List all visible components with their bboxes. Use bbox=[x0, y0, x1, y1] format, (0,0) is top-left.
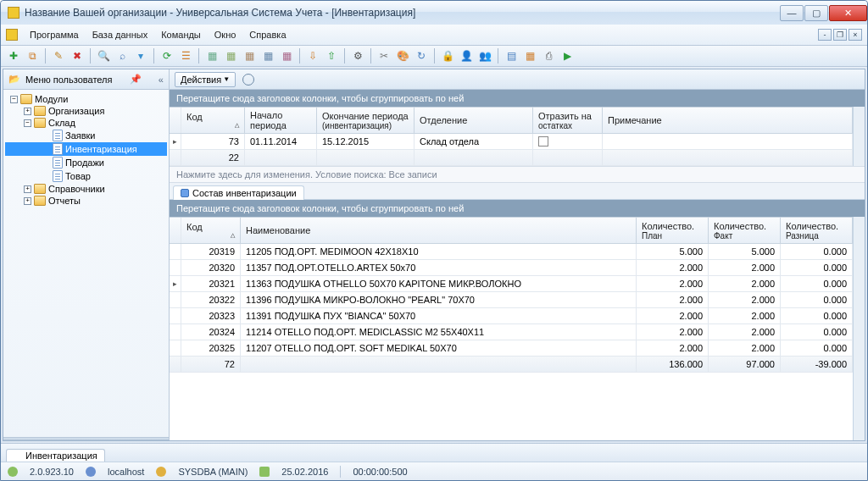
minimize-button[interactable]: — bbox=[780, 5, 804, 21]
status-host: localhost bbox=[108, 467, 144, 477]
col-note[interactable]: Примечание bbox=[603, 108, 853, 133]
app-icon bbox=[8, 7, 19, 19]
tb2-icon[interactable]: ▦ bbox=[223, 48, 238, 64]
status-user: SYSDBA (MAIN) bbox=[178, 467, 248, 477]
main-toolbar: ✚ ⧉ ✎ ✖ 🔍 ⌕ ▾ ⟳ ☰ ▦ ▦ ▦ ▦ ▦ ⇩ ⇧ ⚙ ✂ 🎨 ↻ … bbox=[1, 46, 867, 67]
funnel-icon[interactable]: ▾ bbox=[133, 48, 148, 64]
search-icon[interactable]: 🔍 bbox=[96, 48, 111, 64]
col-b-name[interactable]: Наименование bbox=[241, 218, 637, 243]
table-row[interactable]: 2031911205 ПОД.ОРТ. MEDIMOON 42X18X105.0… bbox=[170, 244, 853, 260]
group-by-hint-top[interactable]: Перетащите сюда заголовок колонки, чтобы… bbox=[170, 90, 865, 107]
action-bar: Действия▼ bbox=[170, 69, 865, 90]
top-grid-row[interactable]: ▸ 73 01.11.2014 15.12.2015 Склад отдела bbox=[170, 134, 853, 150]
user-icon[interactable]: 👤 bbox=[459, 48, 474, 64]
col-dept[interactable]: Отделение bbox=[415, 108, 533, 133]
tool1-icon[interactable]: ✂ bbox=[376, 48, 392, 64]
status-version: 2.0.923.10 bbox=[30, 467, 74, 477]
tb4-icon[interactable]: ▦ bbox=[260, 48, 275, 64]
table-row[interactable]: 2032211396 ПОДУШКА МИКРО-ВОЛОКНО "PEARL"… bbox=[170, 292, 853, 308]
col-fact[interactable]: Количество.Факт bbox=[709, 218, 781, 243]
maximize-button[interactable]: ▢ bbox=[804, 5, 828, 21]
titlebar[interactable]: Название Вашей организации - Универсальн… bbox=[1, 1, 867, 25]
table-row[interactable]: 2032411214 OTELLO ПОД.ОРТ. MEDICLASSIC M… bbox=[170, 324, 853, 340]
menubar: Программа База данных Команды Окно Справ… bbox=[1, 25, 867, 46]
tb5-icon[interactable]: ▦ bbox=[279, 48, 294, 64]
table-row[interactable]: 2032511207 OTELLO ПОД.ОРТ. SOFT MEDIKAL … bbox=[170, 340, 853, 357]
copy-icon[interactable]: ⧉ bbox=[25, 48, 40, 64]
actions-dropdown[interactable]: Действия▼ bbox=[175, 72, 236, 87]
tb1-icon[interactable]: ▦ bbox=[204, 48, 220, 64]
mdi-minimize-button[interactable]: - bbox=[818, 29, 832, 41]
add-icon[interactable]: ✚ bbox=[6, 48, 21, 64]
users-icon[interactable]: 👥 bbox=[477, 48, 492, 64]
tree-requests[interactable]: Заявки bbox=[5, 129, 167, 142]
mdi-close-button[interactable]: × bbox=[849, 29, 862, 41]
print-icon[interactable]: ⎙ bbox=[541, 48, 556, 64]
navigation-tree: −Модули +Организация −Склад Заявки Инвен… bbox=[3, 90, 169, 437]
sidebar: 📂 Меню пользователя 📌 « −Модули +Организ… bbox=[3, 69, 170, 440]
doc-icon[interactable]: ▤ bbox=[504, 48, 519, 64]
close-button[interactable]: ✕ bbox=[829, 5, 867, 21]
menu-program[interactable]: Программа bbox=[23, 27, 86, 42]
tab-inventory-content[interactable]: Состав инвентаризации bbox=[173, 185, 304, 200]
col-diff[interactable]: Количество.Разница bbox=[781, 218, 853, 243]
menu-help[interactable]: Справка bbox=[242, 27, 292, 42]
tree-stock[interactable]: −Склад bbox=[5, 117, 167, 129]
col-reflect[interactable]: Отразить наостатках bbox=[533, 108, 603, 133]
tree-icon[interactable]: ☰ bbox=[178, 48, 193, 64]
table-row[interactable]: 2032011357 ПОД.ОРТ.OTELLO.ARTEX 50x702.0… bbox=[170, 260, 853, 276]
status-date: 25.02.2016 bbox=[281, 467, 328, 477]
tb3-icon[interactable]: ▦ bbox=[242, 48, 257, 64]
plugin-icon[interactable]: ⚙ bbox=[350, 48, 365, 64]
menu-database[interactable]: База данных bbox=[86, 27, 155, 42]
col-code[interactable]: Код△ bbox=[181, 108, 245, 133]
col-end[interactable]: Окончание периода(инвентаризация) bbox=[317, 108, 415, 133]
delete-icon[interactable]: ✖ bbox=[70, 48, 85, 64]
reflect-checkbox[interactable] bbox=[538, 136, 548, 147]
pin-icon[interactable]: 📌 bbox=[130, 74, 142, 85]
top-grid-header: Код△ Начало периода Окончание периода(ин… bbox=[170, 108, 853, 134]
host-icon bbox=[86, 467, 96, 477]
bottom-grid-header: Код△ Наименование Количество.План Количе… bbox=[170, 218, 853, 244]
col-plan[interactable]: Количество.План bbox=[637, 218, 709, 243]
menu-commands[interactable]: Команды bbox=[154, 27, 208, 42]
tree-refs[interactable]: +Справочники bbox=[5, 183, 167, 195]
collapse-icon[interactable]: « bbox=[159, 75, 164, 85]
group-by-hint-bottom[interactable]: Перетащите сюда заголовок колонки, чтобы… bbox=[170, 200, 865, 217]
filter-icon[interactable]: ⌕ bbox=[114, 48, 130, 64]
document-tabs: Инвентаризация bbox=[1, 443, 867, 462]
table-row[interactable]: ▸2032111363 ПОДУШКА OTHELLO 50X70 KAPITO… bbox=[170, 276, 853, 292]
lock-icon[interactable]: 🔒 bbox=[440, 48, 455, 64]
refresh-icon[interactable]: ⟳ bbox=[159, 48, 175, 64]
status-bar: 2.0.923.10 localhost SYSDBA (MAIN) 25.02… bbox=[1, 462, 867, 480]
tool3-icon[interactable]: ↻ bbox=[414, 48, 429, 64]
cal-icon[interactable]: ▦ bbox=[522, 48, 537, 64]
user-status-icon bbox=[156, 467, 166, 477]
tree-inventory[interactable]: Инвентаризация bbox=[5, 142, 167, 156]
import-icon[interactable]: ⇩ bbox=[305, 48, 320, 64]
col-start[interactable]: Начало периода bbox=[245, 108, 317, 133]
scrollbar-top[interactable] bbox=[853, 107, 865, 166]
doc-tab-inventory[interactable]: Инвентаризация bbox=[6, 449, 105, 462]
mdi-restore-button[interactable]: ❐ bbox=[833, 29, 847, 41]
scrollbar-bottom[interactable] bbox=[853, 217, 865, 440]
clock-icon[interactable] bbox=[242, 74, 254, 86]
tree-product[interactable]: Товар bbox=[5, 169, 167, 183]
sidebar-header: 📂 Меню пользователя 📌 « bbox=[3, 69, 169, 90]
play-icon[interactable]: ▶ bbox=[559, 48, 575, 64]
tree-org[interactable]: +Организация bbox=[5, 105, 167, 117]
calendar-icon bbox=[259, 467, 270, 477]
edit-icon[interactable]: ✎ bbox=[51, 48, 66, 64]
menu-app-icon bbox=[6, 29, 18, 41]
tool2-icon[interactable]: 🎨 bbox=[395, 48, 410, 64]
tree-modules[interactable]: −Модули bbox=[5, 93, 167, 105]
menu-window[interactable]: Окно bbox=[208, 27, 243, 42]
status-dot-icon bbox=[8, 467, 18, 477]
filter-bar[interactable]: Нажмите здесь для изменения. Условие пои… bbox=[170, 166, 865, 183]
export-icon[interactable]: ⇧ bbox=[324, 48, 339, 64]
col-b-code[interactable]: Код△ bbox=[181, 218, 241, 243]
table-row[interactable]: 2032311391 ПОДУШКА ПУХ "BIANCA" 50X702.0… bbox=[170, 308, 853, 324]
main-window: Название Вашей организации - Универсальн… bbox=[0, 0, 868, 481]
tree-reports[interactable]: +Отчеты bbox=[5, 195, 167, 207]
tree-sales[interactable]: Продажи bbox=[5, 156, 167, 169]
